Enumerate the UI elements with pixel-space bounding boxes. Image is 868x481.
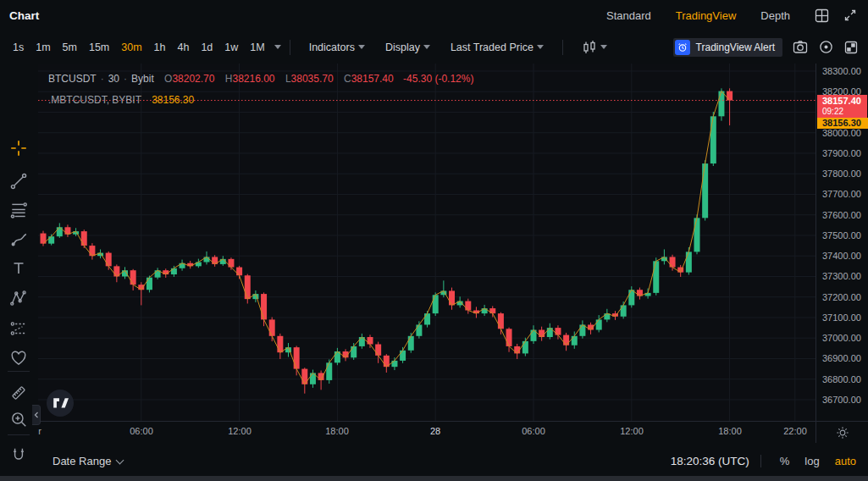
index-value: 38156.30 [152,94,194,106]
chevron-down-icon [358,45,365,49]
price-tick: 37400.00 [822,251,861,261]
price-tick: 37300.00 [822,271,861,281]
toolbar-divider [8,434,30,435]
time-tick: 06:00 [130,426,153,436]
grid-layout-icon[interactable] [815,8,829,23]
time-tick: 22:00 [783,426,807,436]
price-tick: 36700.00 [822,395,861,405]
divider [760,455,761,467]
fib-retracement-icon[interactable] [9,201,28,219]
price-target-icon[interactable] [819,40,833,54]
ohlc-low: 38035.70 [291,73,334,85]
time-tick: 12:00 [228,426,252,436]
date-range-button[interactable]: Date Range [53,455,123,467]
page-title: Chart [9,9,39,22]
trend-line-icon[interactable] [9,172,28,191]
legend-exchange: Bybit [131,73,154,85]
price-tick: 37200.00 [822,292,861,302]
timeframe-5m[interactable]: 5m [57,39,83,56]
price-change: -45.30 (-0.12%) [403,73,473,85]
price-tick: 37800.00 [822,169,861,179]
index-symbol: .MBTCUSDT, BYBIT [48,94,141,106]
timeframe-1d[interactable]: 1d [195,39,218,56]
tradingview-alert-button[interactable]: TradingView Alert [673,38,782,57]
chevron-down-icon [537,45,544,49]
timeframe-1M[interactable]: 1M [244,39,270,56]
toolbar-divider [562,40,563,55]
menu-indicators[interactable]: Indicators [309,41,365,53]
tab-depth[interactable]: Depth [760,9,790,22]
time-tick: 06:00 [522,426,545,436]
timeframe-1w[interactable]: 1w [218,39,244,56]
toolbar-divider [290,40,290,55]
zoom-in-icon[interactable] [9,410,28,428]
last-price-badge: 38157.40 09:22 [817,95,867,118]
timeframe-30m[interactable]: 30m [115,39,147,56]
crosshair-icon[interactable] [9,139,28,158]
ruler-icon[interactable] [9,384,28,402]
ohlc-close: 38157.40 [351,73,394,85]
pip-layout-icon[interactable] [844,41,858,54]
symbol-legend[interactable]: BTCUSDT·30·Bybit O38202.70 H38216.00 L38… [48,73,473,85]
price-tick: 37700.00 [822,189,861,199]
tradingview-watermark-icon[interactable] [47,390,74,417]
time-tick: 18:00 [325,426,349,436]
price-tick: 37100.00 [822,312,861,323]
timeframe-1s[interactable]: 1s [7,39,30,56]
trading-chart-panel: Chart Standard TradingView Depth 1s1m5m1… [0,0,868,481]
brightness-icon[interactable] [836,426,849,440]
text-icon[interactable] [9,259,28,278]
header: Chart Standard TradingView Depth [0,0,868,30]
menu-last-traded-price[interactable]: Last Traded Price [451,41,544,53]
timeframe-4h[interactable]: 4h [172,39,196,56]
xabcd-pattern-icon[interactable] [9,289,28,307]
chevron-down-icon [116,456,124,464]
collapse-toolbar-tab[interactable] [32,405,41,425]
toolbar-divider [8,371,30,372]
axis-settings-corner[interactable] [815,421,868,443]
tab-standard[interactable]: Standard [606,9,651,22]
utc-clock: 18:20:36 (UTC) [671,455,749,467]
price-tick: 36800.00 [822,374,861,384]
fullscreen-icon[interactable] [843,8,857,22]
timeframe-1h[interactable]: 1h [148,39,172,56]
price-tick: 38000.00 [822,128,861,138]
alarm-clock-icon [675,40,690,55]
time-tick: 12:00 [620,426,644,436]
time-tick: 28 [430,426,440,436]
last-price-value: 38157.40 [817,95,867,107]
price-tick: 37500.00 [822,230,861,240]
chevron-down-icon [423,45,430,49]
alert-button-label: TradingView Alert [696,41,775,53]
camera-icon[interactable] [793,40,808,54]
brush-icon[interactable] [9,229,28,248]
candle-countdown: 09:22 [817,107,867,118]
chart-plot-area[interactable]: BTCUSDT·30·Bybit O38202.70 H38216.00 L38… [38,64,815,421]
auto-scale-button[interactable]: auto [835,455,856,467]
price-axis[interactable]: 38157.40 09:22 38156.30 38300.0038200.00… [815,64,868,421]
log-scale-button[interactable]: log [804,455,819,467]
price-tick: 38300.00 [822,66,861,76]
chart-type-button[interactable] [582,40,607,55]
candles-icon [582,40,597,55]
price-tick: 37600.00 [822,210,861,220]
tab-tradingview[interactable]: TradingView [676,9,737,22]
menu-display[interactable]: Display [385,41,430,53]
chevron-down-icon[interactable] [274,45,281,49]
time-axis[interactable]: r06:0012:0018:002806:0012:0018:0022:00 [38,421,815,443]
percent-scale-button[interactable]: % [780,455,790,467]
candlestick-chart[interactable] [38,64,815,421]
projection-icon[interactable] [9,319,28,338]
legend-symbol: BTCUSDT [48,73,97,85]
timeframe-1m[interactable]: 1m [30,39,56,56]
ohlc-high: 38216.00 [232,73,274,85]
index-legend[interactable]: .MBTCUSDT, BYBIT 38156.30 [48,94,194,106]
timeframe-15m[interactable]: 15m [83,39,115,56]
ohlc-open: 38202.70 [172,73,214,85]
chart-toolbar: 1s1m5m15m30m1h4h1d1w1M IndicatorsDisplay… [0,30,868,64]
menu-row: IndicatorsDisplayLast Traded Price [299,41,554,53]
emoji-heart-icon[interactable] [9,349,28,368]
time-tick: 18:00 [718,426,742,436]
magnet-icon[interactable] [9,445,28,464]
panel-edge [0,476,868,481]
